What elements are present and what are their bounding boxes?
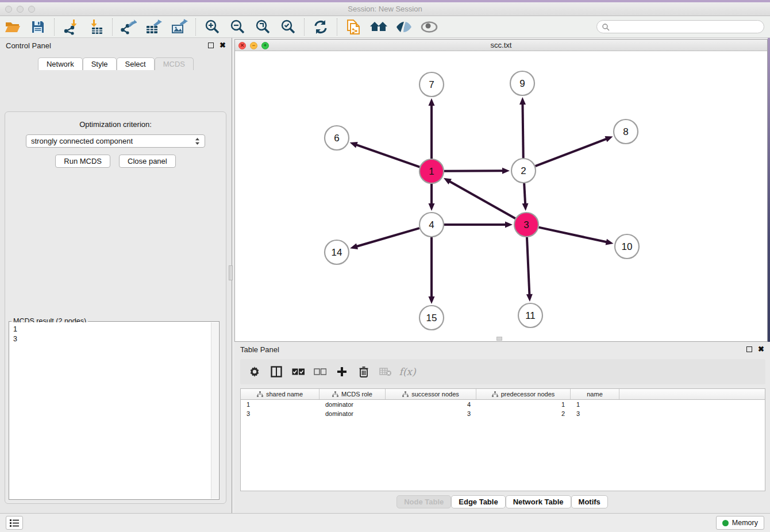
tab-node-table[interactable]: Node Table [396,495,451,508]
table-settings-button[interactable] [246,363,263,380]
tab-mcds[interactable]: MCDS [155,57,194,70]
splitter-grip[interactable] [229,265,233,280]
arrowhead-icon [350,243,358,249]
float-panel-icon[interactable] [208,43,214,48]
table-cell[interactable]: dominator [319,410,386,417]
edge-2-8[interactable] [536,138,607,166]
table-cell[interactable]: 3 [386,410,476,417]
tab-motifs[interactable]: Motifs [571,495,608,508]
zoom-in-icon [204,19,220,35]
delete-button[interactable] [355,363,372,380]
clear-selection-button[interactable] [311,363,329,380]
save-session-button[interactable] [28,18,48,36]
edge-3-10[interactable] [538,228,607,242]
import-table-button[interactable] [86,18,106,36]
column-header-shared-name[interactable]: shared name [241,389,319,399]
table-cell[interactable]: 4 [386,401,476,408]
column-label: name [587,391,603,398]
zoom-selected-button[interactable] [278,18,298,36]
mcds-panel: Optimization criterion: strongly connect… [5,111,226,504]
dropdown-chevrons-icon [195,137,200,145]
export-image-button[interactable] [170,18,189,36]
task-history-button[interactable] [6,516,23,530]
optimization-dropdown[interactable]: strongly connected component [26,134,205,148]
tab-network[interactable]: Network [38,57,83,70]
toggle-columns-button[interactable] [268,363,285,380]
edge-3-11[interactable] [527,237,529,295]
toolbar-separator [195,18,196,36]
hierarchy-icon [257,391,263,397]
add-button[interactable] [333,363,351,380]
table-toolbar: f(x) [240,359,765,384]
hierarchy-icon [402,391,409,397]
search-field[interactable] [596,20,764,33]
memory-status-icon [722,520,729,526]
node-label-2: 2 [521,165,526,176]
table-cell[interactable]: 3 [571,410,619,417]
result-line: 3 [13,334,207,344]
edge-3-1[interactable] [449,181,515,218]
import-network-button[interactable] [61,18,80,36]
tab-select[interactable]: Select [117,57,155,70]
table-cell[interactable]: 2 [476,410,571,417]
gear-icon [249,366,260,377]
delete-table-button[interactable] [377,363,394,380]
zoom-fit-button[interactable] [253,18,272,36]
edge-4-14[interactable] [356,228,419,246]
tab-style[interactable]: Style [83,57,117,70]
refresh-button[interactable] [311,18,330,36]
table-row[interactable]: 3dominator323 [241,409,765,418]
mcds-result-list[interactable]: 13 [10,322,211,499]
column-header-MCDS-role[interactable]: MCDS role [319,389,386,399]
column-header-successor-nodes[interactable]: successor nodes [386,389,476,399]
zoom-in-button[interactable] [202,18,222,36]
node-table: shared nameMCDS rolesuccessor nodesprede… [240,388,765,491]
canvas-grip[interactable] [496,337,502,341]
arrowhead-icon [502,168,510,174]
export-table-button[interactable] [144,18,164,36]
copy-network-icon [346,19,361,35]
edge-2-9[interactable] [522,103,523,158]
search-input[interactable] [610,23,764,31]
column-header-name[interactable]: name [571,389,619,399]
table-cell[interactable]: dominator [319,401,386,408]
show-all-button[interactable] [419,18,439,36]
float-table-panel-icon[interactable] [746,346,752,352]
column-header-predecessor-nodes[interactable]: predecessor nodes [476,389,571,399]
copy-network-button[interactable] [344,18,363,36]
node-label-7: 7 [429,79,434,90]
mcds-result-box: MCDS result (2 nodes) 13 [9,321,220,500]
table-cell[interactable]: 1 [241,401,319,408]
select-all-button[interactable] [290,363,307,380]
table-cell[interactable]: 3 [241,410,319,417]
network-graph[interactable]: 7968124314101511 [235,51,767,341]
export-network-button[interactable] [119,18,138,36]
tab-edge-table[interactable]: Edge Table [451,495,505,508]
table-row[interactable]: 1dominator411 [241,400,765,409]
result-scrollbar[interactable] [211,322,218,499]
close-table-panel-icon[interactable]: ✖ [758,346,764,352]
run-mcds-button[interactable]: Run MCDS [55,155,110,168]
node-label-3: 3 [523,219,529,230]
open-session-button[interactable] [3,18,22,36]
edge-1-2[interactable] [444,171,503,171]
table-cell[interactable]: 1 [571,401,619,408]
tab-network-table[interactable]: Network Table [506,495,571,508]
network-canvas[interactable]: 7968124314101511 [235,51,767,341]
table-cell[interactable]: 1 [476,401,571,408]
network-window-titlebar[interactable]: ✕ − + scc.txt [235,40,767,51]
edge-1-6[interactable] [356,145,419,167]
hide-selected-button[interactable] [394,18,414,36]
arrowhead-icon [505,222,513,228]
close-panel-button[interactable]: Close panel [119,155,176,168]
home-layout-button[interactable] [369,18,388,36]
edge-2-3[interactable] [524,183,525,205]
function-builder-button[interactable]: f(x) [399,363,416,380]
close-panel-icon[interactable]: ✖ [220,43,226,48]
control-tabs: NetworkStyleSelectMCDS [0,57,232,70]
memory-button[interactable]: Memory [716,516,764,530]
zoom-out-button[interactable] [228,18,247,36]
arrowhead-icon [605,136,613,142]
eye-slash-icon [395,20,413,34]
refresh-icon [313,19,329,35]
